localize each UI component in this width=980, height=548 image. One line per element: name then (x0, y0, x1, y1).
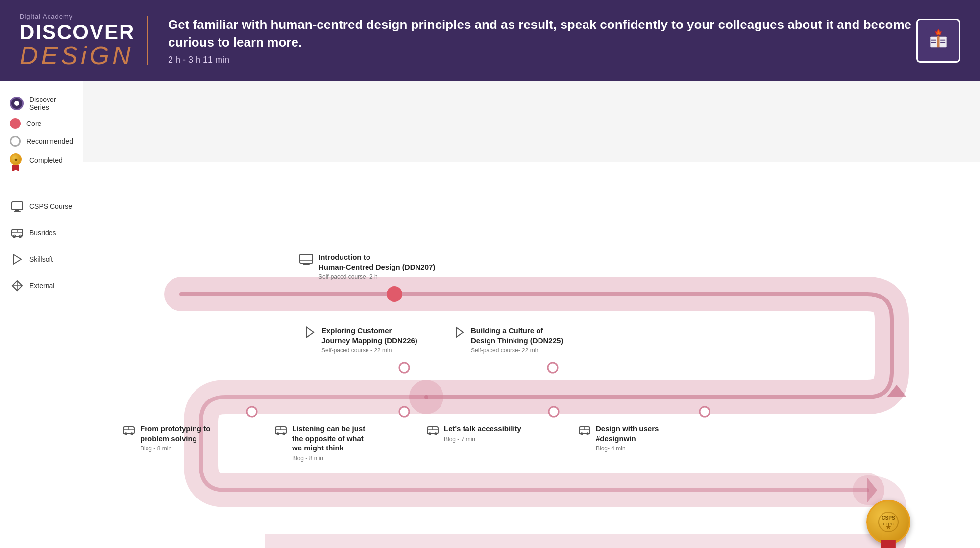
design-users-title: Design with users#designwin (596, 424, 659, 443)
sidebar-nav: CSPS Course Busrides (0, 184, 83, 310)
svg-point-30 (247, 407, 257, 417)
svg-marker-38 (307, 327, 314, 337)
svg-text:★: ★ (885, 523, 891, 531)
accessibility-subtitle: Blog - 7 min (444, 436, 521, 443)
discover-series-label: Discover Series (29, 96, 73, 111)
canada-badge-icon: 🍁 (926, 28, 951, 53)
svg-marker-39 (456, 327, 463, 337)
completion-medal: CSPS EFPC ★ Congratulations on completin… (856, 500, 921, 548)
csps-label: CSPS Course (29, 202, 72, 210)
listening-subtitle: Blog - 8 min (292, 455, 365, 462)
busrides-label: Busrides (29, 229, 56, 237)
course-prototyping[interactable]: From prototyping toproblem solving Blog … (122, 424, 210, 454)
svg-rect-1 (930, 36, 937, 47)
header-divider (147, 16, 148, 65)
culture-title: Building a Culture ofDesign Thinking (DD… (471, 326, 563, 345)
svg-point-27 (387, 286, 402, 302)
svg-rect-3 (937, 36, 940, 47)
design-title: DESiGN (20, 43, 127, 68)
screen-icon (299, 252, 314, 267)
svg-point-28 (399, 363, 409, 373)
svg-marker-19 (13, 254, 21, 264)
svg-rect-11 (12, 202, 23, 210)
legend-item-recommended[interactable]: Recommended (10, 136, 73, 147)
bus-icon-listening (274, 424, 287, 437)
legend-item-core[interactable]: Core (10, 118, 73, 129)
sidebar-item-external[interactable]: External (5, 274, 78, 298)
course-accessibility[interactable]: Let's talk accessibility Blog - 7 min (426, 424, 521, 445)
header-description: Get familiar with human-centred design p… (168, 16, 916, 66)
sidebar-item-busrides[interactable]: Busrides (5, 221, 78, 245)
completed-medal-icon: ★ (10, 153, 24, 167)
external-label: External (29, 282, 54, 290)
course-journey[interactable]: Exploring CustomerJourney Mapping (DDN22… (304, 326, 417, 356)
culture-subtitle: Self-paced course- 22 min (471, 347, 563, 354)
course-listening[interactable]: Listening can be justthe opposite of wha… (274, 424, 365, 464)
header-duration: 2 h - 3 h 11 min (168, 55, 916, 65)
svg-text:CSPS: CSPS (882, 515, 895, 521)
legend: Discover Series Core Recommended ★ Compl… (0, 91, 83, 184)
discover-title: DISCOVER (20, 22, 127, 43)
core-label: Core (26, 120, 41, 127)
listening-title: Listening can be justthe opposite of wha… (292, 424, 365, 453)
discover-series-dot (10, 97, 24, 110)
csps-icon (10, 199, 24, 214)
medal-ribbon (881, 540, 896, 548)
prototyping-title: From prototyping toproblem solving (140, 424, 210, 443)
play-icon-journey (304, 326, 317, 339)
recommended-dot (10, 136, 21, 147)
external-icon (10, 278, 24, 293)
course-design-users[interactable]: Design with users#designwin Blog- 4 min (578, 424, 659, 454)
svg-point-31 (399, 407, 409, 417)
journey-subtitle: Self-paced course - 22 min (321, 347, 417, 354)
journey-title: Exploring CustomerJourney Mapping (DDN22… (321, 326, 417, 345)
svg-rect-13 (14, 211, 21, 212)
skillsoft-label: Skillsoft (29, 255, 53, 263)
skillsoft-icon (10, 252, 24, 267)
sidebar-item-csps[interactable]: CSPS Course (5, 194, 78, 219)
main-content: Introduction toHuman-Centred Design (DDN… (83, 162, 980, 548)
logo-area: Digital Academy DISCOVER DESiGN (20, 13, 127, 68)
svg-rect-36 (303, 264, 310, 265)
svg-point-33 (700, 407, 710, 417)
svg-text:🍁: 🍁 (934, 28, 943, 37)
canada-badge: 🍁 (916, 19, 960, 63)
bus-icon-design-users (578, 424, 591, 437)
header: Digital Academy DISCOVER DESiGN Get fami… (0, 0, 980, 81)
bus-icon-prototyping (122, 424, 135, 437)
svg-point-29 (548, 363, 558, 373)
medal-icon: CSPS EFPC ★ (866, 500, 910, 544)
sidebar: Discover Series Core Recommended ★ Compl… (0, 81, 83, 548)
digital-academy-label: Digital Academy (20, 13, 127, 20)
completed-label: Completed (29, 156, 63, 164)
svg-point-32 (549, 407, 559, 417)
header-tagline: Get familiar with human-centred design p… (168, 16, 916, 51)
prototyping-subtitle: Blog - 8 min (140, 445, 210, 452)
svg-rect-34 (300, 254, 313, 263)
intro-title: Introduction toHuman-Centred Design (DDN… (318, 252, 435, 272)
course-culture[interactable]: Building a Culture ofDesign Thinking (DD… (453, 326, 563, 356)
legend-item-completed[interactable]: ★ Completed (10, 153, 73, 167)
play-icon-culture (453, 326, 466, 339)
bus-icon (10, 225, 24, 240)
intro-subtitle: Self-paced course- 2 h (318, 274, 435, 280)
design-users-subtitle: Blog- 4 min (596, 445, 659, 452)
accessibility-title: Let's talk accessibility (444, 424, 521, 434)
course-intro[interactable]: Introduction toHuman-Centred Design (DDN… (299, 252, 435, 282)
svg-rect-2 (939, 36, 947, 47)
legend-item-discover[interactable]: Discover Series (10, 96, 73, 111)
core-dot (10, 118, 21, 129)
sidebar-item-skillsoft[interactable]: Skillsoft (5, 247, 78, 272)
bus-icon-accessibility (426, 424, 439, 437)
recommended-label: Recommended (26, 137, 73, 145)
